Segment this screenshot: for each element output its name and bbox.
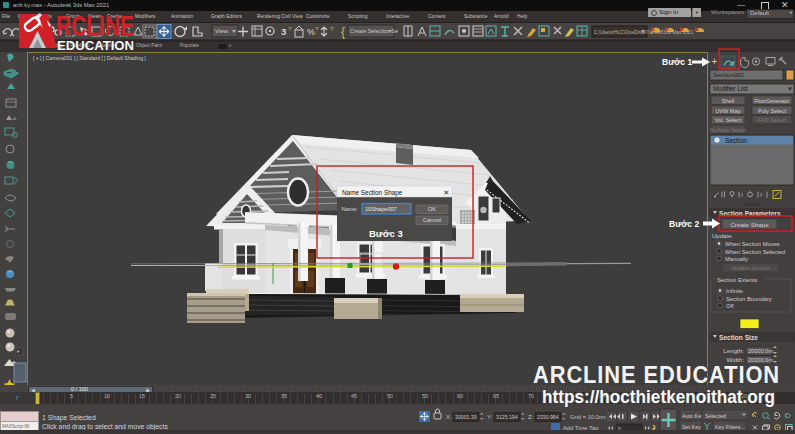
svg-text:Z:: Z: xyxy=(528,414,534,420)
svg-text:Modifier List: Modifier List xyxy=(713,85,748,92)
svg-text:Section002: Section002 xyxy=(713,71,745,78)
svg-text:Infinite: Infinite xyxy=(726,288,743,294)
svg-text:Vol. Select: Vol. Select xyxy=(715,117,742,123)
svg-text:UVW Map: UVW Map xyxy=(715,108,741,114)
svg-text:?: ? xyxy=(330,26,334,32)
svg-text:Shell: Shell xyxy=(722,98,734,104)
svg-text:Width:: Width: xyxy=(726,356,744,363)
svg-text:Section: Section xyxy=(725,137,747,144)
svg-text:3: 3 xyxy=(281,26,286,37)
svg-text:Update:: Update: xyxy=(712,233,733,239)
svg-text:Key Filters...: Key Filters... xyxy=(715,424,745,430)
svg-text:Section Parameters: Section Parameters xyxy=(719,210,781,217)
svg-text:20000.0m: 20000.0m xyxy=(748,348,773,354)
svg-text:Auto Key: Auto Key xyxy=(682,413,704,419)
svg-text:20000.0m: 20000.0m xyxy=(748,357,773,363)
svg-text:3125.194: 3125.194 xyxy=(496,414,518,420)
svg-text:%: % xyxy=(307,27,315,37)
svg-text:Poly Select: Poly Select xyxy=(758,108,786,114)
svg-text:?: ? xyxy=(288,26,292,32)
svg-text:{: { xyxy=(341,25,345,39)
svg-text:?: ? xyxy=(315,26,319,32)
svg-text:Selected: Selected xyxy=(705,413,726,419)
svg-text:Section Boundary: Section Boundary xyxy=(726,296,772,302)
svg-text:Length:: Length: xyxy=(723,347,744,354)
svg-text:View: View xyxy=(215,28,229,34)
svg-text:Off: Off xyxy=(726,303,734,309)
svg-text:Manually: Manually xyxy=(725,256,748,262)
svg-text:X:: X: xyxy=(446,414,452,420)
svg-text:Update Section: Update Section xyxy=(731,265,771,271)
svg-text:Section Extents: Section Extents xyxy=(717,277,757,283)
svg-text:+: + xyxy=(712,56,718,67)
svg-text:When Section Selected: When Section Selected xyxy=(725,249,785,255)
svg-text:Grid = 10.0mm: Grid = 10.0mm xyxy=(570,414,609,420)
svg-text:Surface Select: Surface Select xyxy=(710,127,747,133)
svg-text:Section Size: Section Size xyxy=(719,334,758,341)
svg-text:FFD Select: FFD Select xyxy=(758,117,786,123)
svg-text:When Section Moves: When Section Moves xyxy=(725,241,780,247)
svg-text:FloorGenerator: FloorGenerator xyxy=(754,98,789,104)
svg-text:Set Key: Set Key xyxy=(682,424,701,430)
svg-text:Create Shape: Create Shape xyxy=(730,221,769,228)
svg-text:Y:: Y: xyxy=(487,414,493,420)
svg-text:30001.39: 30001.39 xyxy=(455,414,477,420)
svg-text:2330.984: 2330.984 xyxy=(537,414,559,420)
